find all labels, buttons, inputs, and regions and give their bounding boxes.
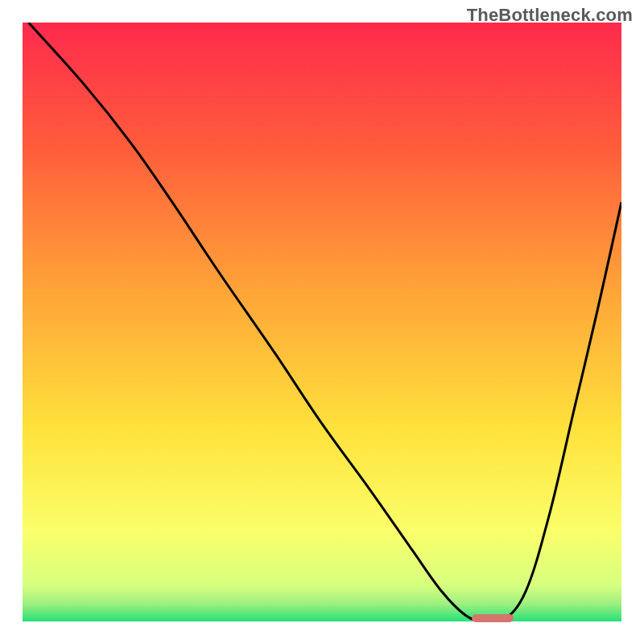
bottleneck-curve-path [28,23,621,621]
chart-curve-svg [23,23,621,621]
optimal-marker [472,614,514,622]
chart-plot-area [23,23,621,621]
